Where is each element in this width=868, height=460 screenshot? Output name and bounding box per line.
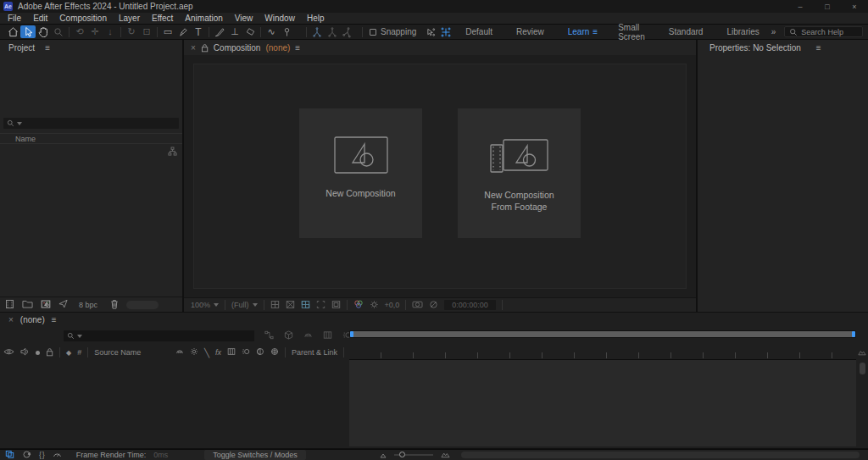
lock-icon[interactable]	[201, 43, 209, 53]
snap-arrow-icon[interactable]	[423, 25, 438, 38]
mask-visibility-icon[interactable]	[286, 300, 295, 311]
project-name-column-header[interactable]: Name	[0, 133, 182, 144]
menu-layer[interactable]: Layer	[113, 14, 146, 23]
snapping-checkbox[interactable]	[370, 29, 376, 36]
zoom-tool[interactable]	[51, 25, 66, 38]
new-composition-button[interactable]: New Composition	[299, 108, 422, 238]
view-axis-mode-icon[interactable]	[340, 25, 355, 38]
pen-tool[interactable]	[175, 25, 191, 38]
resolution-dropdown[interactable]: (Full)	[231, 301, 258, 309]
interpret-footage-icon[interactable]	[5, 299, 14, 311]
project-search-box[interactable]	[3, 118, 179, 129]
workspace-overflow-chevron[interactable]: »	[771, 27, 776, 36]
zoom-in-frames-icon[interactable]	[441, 450, 450, 460]
snapshot-camera-icon[interactable]	[412, 300, 423, 311]
exposure-gear-icon[interactable]	[370, 300, 379, 311]
parent-link-column[interactable]: Parent & Link	[292, 348, 337, 357]
zoom-slider-knob[interactable]	[399, 452, 405, 457]
menu-edit[interactable]: Edit	[27, 14, 53, 23]
timeline-track-area[interactable]	[349, 359, 856, 446]
work-area-bar[interactable]	[350, 331, 855, 337]
timeline-panel-menu-icon[interactable]: ≡	[52, 315, 57, 324]
frame-blending-icon[interactable]	[323, 330, 332, 341]
menu-help[interactable]: Help	[301, 14, 331, 23]
time-ruler[interactable]	[349, 346, 856, 359]
toggle-switches-modes-button[interactable]: Toggle Switches / Modes	[204, 450, 306, 460]
local-axis-mode-icon[interactable]	[309, 25, 325, 38]
menu-window[interactable]: Window	[259, 14, 301, 23]
new-folder-icon[interactable]	[22, 299, 33, 310]
maximize-button[interactable]: □	[814, 0, 841, 13]
orbit-camera-tool[interactable]: ⟲	[72, 25, 87, 38]
flowchart-icon[interactable]	[168, 147, 177, 158]
close-button[interactable]: ×	[841, 0, 868, 13]
hide-shy-layers-icon[interactable]	[303, 330, 313, 341]
camera-tool[interactable]: ⊡	[139, 25, 154, 38]
mini-flowchart-icon[interactable]	[264, 330, 274, 341]
workspace-tab-small-screen[interactable]: Small Screen	[606, 23, 657, 42]
search-options-caret[interactable]	[77, 335, 82, 338]
project-panel-menu-icon[interactable]: ≡	[45, 43, 50, 53]
scrollbar-thumb[interactable]	[860, 363, 865, 374]
comp-marker-bin-icon[interactable]	[858, 348, 866, 357]
timeline-horizontal-scrollbar[interactable]	[461, 452, 860, 458]
hand-tool[interactable]	[36, 25, 51, 38]
paper-plane-icon[interactable]	[58, 299, 68, 310]
workspace-tab-standard[interactable]: Standard	[657, 27, 715, 36]
preview-quality-icon[interactable]	[331, 300, 341, 311]
workspace-learn-menu-icon[interactable]: ≡	[593, 27, 606, 36]
composition-panel-menu-icon[interactable]: ≡	[295, 43, 300, 53]
world-axis-mode-icon[interactable]	[325, 25, 340, 38]
workspace-tab-libraries[interactable]: Libraries	[715, 27, 771, 36]
selection-tool[interactable]	[20, 25, 36, 38]
minimize-button[interactable]: –	[787, 0, 814, 13]
transparency-grid-icon[interactable]	[301, 300, 310, 311]
properties-panel-menu-icon[interactable]: ≡	[816, 43, 821, 53]
timecode-display[interactable]: 0:00:00:00	[444, 300, 496, 310]
dolly-camera-tool[interactable]: ↓	[103, 25, 118, 38]
roto-brush-tool[interactable]: ∿	[264, 25, 279, 38]
rectangle-tool[interactable]: ▭	[160, 25, 175, 38]
timeline-zoom-slider[interactable]	[394, 454, 433, 456]
workspace-tab-default[interactable]: Default	[453, 27, 504, 36]
home-button[interactable]	[5, 25, 20, 38]
project-bit-depth[interactable]: 8 bpc	[79, 301, 97, 309]
menu-effect[interactable]: Effect	[146, 14, 179, 23]
snap-options-icon[interactable]	[438, 25, 453, 38]
timeline-search-box[interactable]	[64, 330, 254, 341]
search-options-caret[interactable]	[17, 122, 22, 125]
menu-file[interactable]: File	[2, 14, 27, 23]
work-area-end-handle[interactable]	[852, 331, 855, 337]
type-tool[interactable]: T	[191, 25, 206, 38]
puppet-pin-tool[interactable]	[279, 25, 294, 38]
new-composition-from-footage-button[interactable]: New Composition From Footage	[458, 108, 581, 238]
source-name-column[interactable]: Source Name	[94, 348, 141, 357]
composition-tab[interactable]: × Composition (none) ≡	[184, 40, 696, 55]
eraser-tool[interactable]	[242, 25, 258, 38]
search-help-input[interactable]	[801, 28, 858, 36]
grid-guides-icon[interactable]	[270, 300, 280, 311]
toggle-transfer-controls-pane-icon[interactable]	[22, 450, 31, 460]
timeline-tab[interactable]: × (none) ≡	[0, 313, 868, 327]
toggle-in-out-panes-icon[interactable]: { }	[39, 451, 45, 459]
tab-close-icon[interactable]: ×	[191, 43, 196, 53]
work-area-start-handle[interactable]	[350, 331, 353, 337]
menu-composition[interactable]: Composition	[53, 14, 113, 23]
region-of-interest-icon[interactable]	[316, 300, 326, 311]
exposure-offset-value[interactable]: +0,0	[385, 301, 400, 309]
channels-icon[interactable]	[353, 299, 364, 311]
pan-camera-tool[interactable]: ✛	[87, 25, 103, 38]
clone-stamp-tool[interactable]: ⊥	[227, 25, 242, 38]
rotation-tool[interactable]: ↻	[124, 25, 139, 38]
brush-tool[interactable]	[212, 25, 227, 38]
menu-view[interactable]: View	[229, 14, 259, 23]
workspace-tab-review[interactable]: Review	[504, 27, 556, 36]
show-snapshot-icon[interactable]	[429, 300, 438, 311]
properties-panel-title[interactable]: Properties: No Selection	[709, 43, 801, 53]
menu-animation[interactable]: Animation	[179, 14, 228, 23]
timeline-vertical-scrollbar[interactable]	[859, 361, 866, 446]
magnification-dropdown[interactable]: 100%	[191, 301, 219, 309]
toggle-render-time-pane-icon[interactable]	[53, 450, 62, 460]
work-area-track[interactable]	[349, 330, 856, 338]
zoom-out-frames-icon[interactable]	[380, 451, 387, 460]
